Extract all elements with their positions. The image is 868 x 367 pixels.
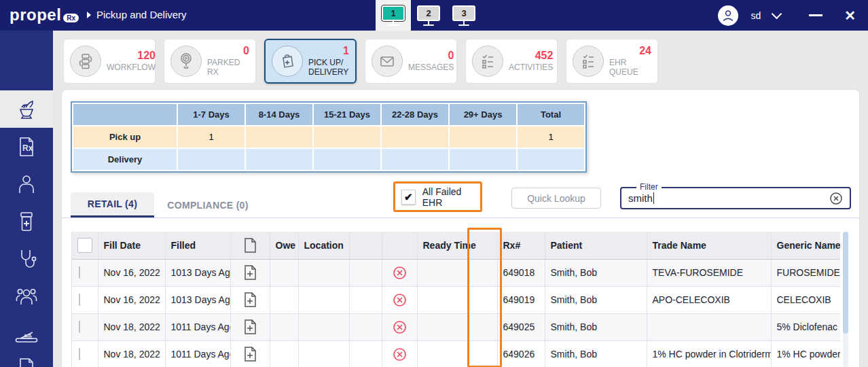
monitor-tab-1[interactable]: 1 [376, 0, 411, 31]
quick-lookup-button[interactable]: Quick Lookup [511, 188, 601, 209]
sidebar-item-patient[interactable] [0, 165, 53, 203]
svg-text:Rx: Rx [22, 143, 33, 153]
monitor-tab-2[interactable]: 2 [411, 0, 446, 31]
tab-compliance[interactable]: COMPLIANCE (0) [164, 192, 252, 217]
sidebar-item-pickup-delivery[interactable] [0, 90, 53, 128]
stat-card-activities[interactable]: 452 ACTIVITIES [465, 39, 558, 84]
rx-row-649026[interactable]: Nov 18, 2022 1011 Days Ago 649026 Smith,… [72, 340, 840, 367]
checkmark-icon: ✔ [404, 191, 413, 203]
minimize-button[interactable] [809, 14, 822, 16]
row-checkbox[interactable] [79, 266, 80, 279]
pickup-22-28 [382, 126, 448, 147]
page-title: Pickup and Delivery [96, 9, 187, 20]
stat-card-pickup-delivery[interactable]: 1 PICK UP/ DELIVERY [264, 39, 357, 84]
close-button[interactable]: ✕ [844, 7, 856, 24]
pickup-total: 1 [518, 126, 584, 147]
failed-ehr-icon[interactable] [393, 347, 407, 362]
monitor-2-icon: 2 [417, 5, 440, 26]
failed-ehr-icon[interactable] [393, 266, 407, 280]
cell-ready-time [417, 259, 497, 286]
grid-vertical-scrollbar[interactable] [843, 232, 848, 367]
add-document-icon[interactable] [242, 292, 257, 308]
tab-retail[interactable]: RETAIL (4) [71, 192, 154, 217]
cell-fill-date: Nov 18, 2022 [98, 313, 165, 340]
activities-count: 452 [507, 50, 553, 61]
header-patient[interactable]: Patient [545, 232, 647, 259]
stethoscope-icon [16, 248, 37, 270]
cell-filled: 1011 Days Ago [165, 313, 230, 340]
person-icon [721, 9, 735, 22]
monitor-tab-3[interactable]: 3 [446, 0, 482, 31]
select-all-checkbox[interactable] [77, 238, 92, 253]
header-ready-time[interactable]: Ready Time [417, 232, 497, 259]
sidebar-item-rx-document[interactable]: Rx [0, 128, 53, 165]
pickup-8-14 [246, 126, 312, 147]
failed-ehr-icon[interactable] [393, 293, 407, 307]
cell-owe [270, 340, 298, 367]
clear-circle-x-icon [829, 192, 843, 205]
sidebar: Rx [0, 31, 53, 367]
pickup-delivery-count: 1 [307, 46, 349, 56]
header-trade-name[interactable]: Trade Name [647, 232, 771, 259]
parked-rx-count: 0 [206, 46, 249, 56]
add-document-icon[interactable] [242, 346, 257, 362]
header-owe[interactable]: Owe [270, 232, 298, 259]
sidebar-item-reports[interactable] [0, 352, 53, 367]
cell-generic-name: CELECOXIB [771, 286, 840, 313]
stat-card-messages[interactable]: 0 MESSAGES [365, 39, 457, 84]
activities-label: ACTIVITIES [507, 63, 553, 72]
ehr-queue-checklist-icon [579, 52, 597, 70]
user-name: sd [751, 10, 761, 21]
logo-text: propel [10, 5, 61, 24]
pickup-delivery-label: PICK UP/ DELIVERY [307, 58, 349, 77]
filter-clear-button[interactable] [829, 192, 843, 205]
aging-col-29plus: 29+ Days [450, 104, 516, 125]
rx-row-649025[interactable]: Nov 18, 2022 1011 Days Ago 649025 Smith,… [72, 313, 840, 340]
delivery-29plus [450, 149, 516, 170]
sidebar-item-prescriber[interactable] [0, 240, 53, 277]
header-rx-number[interactable]: Rx# [497, 232, 545, 259]
user-menu-chevron-down-icon[interactable] [772, 8, 782, 19]
delivery-total [518, 149, 584, 170]
sidebar-item-scanner[interactable] [0, 315, 53, 352]
aging-col-8-14: 8-14 Days [246, 104, 312, 125]
header-failed-ehr[interactable] [382, 232, 417, 259]
aging-col-15-21: 15-21 Days [314, 104, 380, 125]
delivery-1-7 [178, 149, 245, 170]
tab-divider [62, 217, 859, 218]
parked-rx-label: PARKED RX [206, 58, 249, 77]
header-document[interactable] [230, 232, 270, 259]
cell-trade-name: 1% HC powder in Clotriderm [647, 340, 771, 367]
cell-owe [270, 313, 298, 340]
stat-card-workflow[interactable]: 120 WORKFLOW [63, 39, 156, 84]
stat-card-parked-rx[interactable]: P 0 PARKED RX [164, 39, 256, 84]
add-document-icon[interactable] [242, 264, 257, 281]
user-avatar[interactable] [718, 5, 738, 26]
cell-filled: 1011 Days Ago [165, 340, 230, 367]
rx-row-649018[interactable]: Nov 16, 2022 1013 Days Ago 649018 Smith,… [72, 259, 840, 286]
header-generic-name[interactable]: Generic Name [771, 232, 840, 259]
sidebar-item-patient-groups[interactable] [0, 277, 53, 315]
row-checkbox[interactable] [79, 321, 80, 333]
all-failed-ehr-checkbox[interactable]: ✔ [401, 190, 416, 205]
header-fill-date[interactable]: Fill Date [98, 232, 165, 259]
aging-col-1-7: 1-7 Days [178, 104, 245, 125]
workflow-label: WORKFLOW [105, 63, 156, 72]
cell-generic-name: FUROSEMIDE [771, 259, 840, 286]
scanner-icon [15, 324, 38, 344]
cell-fill-date: Nov 16, 2022 [98, 259, 165, 286]
row-checkbox[interactable] [79, 348, 80, 360]
add-document-icon[interactable] [242, 319, 257, 335]
header-blank-1[interactable] [349, 232, 382, 259]
header-filled[interactable]: Filled [165, 232, 230, 259]
stat-card-ehr-queue[interactable]: 24 EHR QUEUE [566, 39, 658, 84]
sidebar-item-pill-bottle[interactable] [0, 203, 53, 240]
failed-ehr-icon[interactable] [393, 320, 407, 334]
header-location[interactable]: Location [298, 232, 349, 259]
propel-rx-logo: propel Rx [10, 5, 79, 24]
patient-group-icon [15, 286, 38, 307]
row-checkbox[interactable] [79, 294, 80, 306]
scrollbar-thumb[interactable] [843, 232, 848, 334]
rx-row-649019[interactable]: Nov 16, 2022 1013 Days Ago 649019 Smith,… [72, 286, 840, 313]
filter-input[interactable]: Filter smith [620, 187, 851, 209]
